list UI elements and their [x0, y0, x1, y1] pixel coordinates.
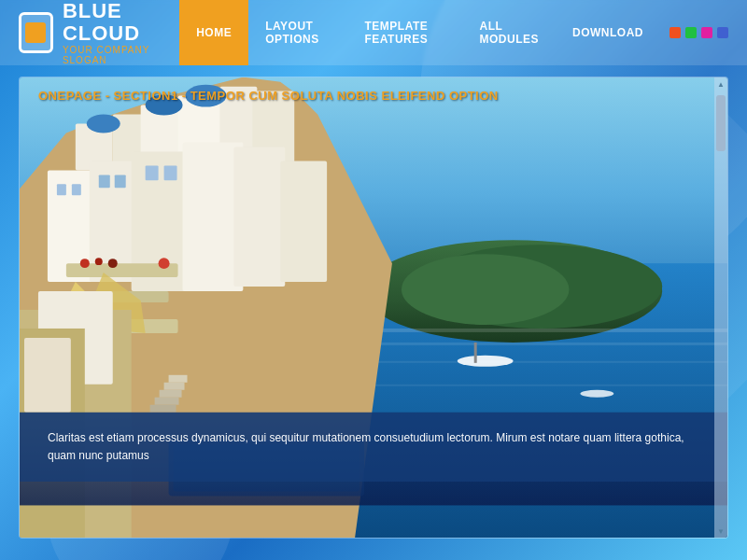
svg-rect-50 — [155, 398, 179, 405]
logo-icon — [19, 12, 53, 53]
svg-point-19 — [87, 115, 120, 133]
svg-rect-29 — [72, 184, 81, 195]
red-dot[interactable] — [669, 27, 681, 38]
hero-body-text: Claritas est etiam processus dynamicus, … — [48, 431, 684, 462]
pink-dot[interactable] — [701, 27, 712, 38]
svg-rect-46 — [24, 338, 71, 413]
svg-rect-51 — [150, 405, 176, 413]
header: BLUE CLOUD YOUR COMPANY SLOGAN HOMELAYOU… — [0, 0, 747, 65]
logo-slogan: YOUR COMPANY SLOGAN — [63, 45, 179, 65]
svg-point-40 — [159, 258, 170, 269]
main-nav: HOMELAYOUT OPTIONSTEMPLATE FEATURESALL M… — [179, 0, 660, 65]
svg-point-4 — [402, 254, 570, 325]
svg-point-38 — [95, 258, 103, 265]
scrollbar-up-arrow[interactable]: ▲ — [714, 77, 727, 91]
main-content: ONEPAGE - SECTION1 - TEMPOR CUM SOLUTA N… — [19, 77, 728, 539]
svg-rect-28 — [57, 184, 66, 195]
green-dot[interactable] — [685, 27, 697, 38]
scrollbar-thumb[interactable] — [716, 95, 726, 151]
nav-item-home[interactable]: HOME — [179, 0, 248, 65]
scrollbar-down-arrow[interactable]: ▼ — [714, 525, 727, 538]
nav-and-dots: HOMELAYOUT OPTIONSTEMPLATE FEATURESALL M… — [179, 0, 728, 65]
logo-area: BLUE CLOUD YOUR COMPANY SLOGAN — [19, 0, 179, 65]
logo-title: BLUE CLOUD — [63, 0, 179, 45]
svg-point-9 — [458, 356, 514, 367]
nav-item-all-modules[interactable]: ALL MODULES — [463, 0, 557, 65]
section-heading: ONEPAGE - SECTION1 - TEMPOR CUM SOLUTA N… — [38, 89, 499, 103]
hero-image: Claritas est etiam processus dynamicus, … — [20, 77, 727, 538]
hero-text-overlay: Claritas est etiam processus dynamicus, … — [20, 413, 727, 482]
svg-rect-33 — [164, 165, 177, 180]
scrollbar[interactable]: ▲ ▼ — [714, 77, 727, 538]
svg-rect-26 — [233, 147, 285, 287]
svg-rect-30 — [99, 175, 110, 188]
color-dots — [669, 27, 728, 38]
svg-rect-27 — [280, 161, 327, 282]
nav-item-download[interactable]: DOWNLOAD — [556, 0, 660, 65]
blue-dot[interactable] — [717, 27, 728, 38]
svg-rect-47 — [169, 375, 188, 383]
nav-item-template-features[interactable]: TEMPLATE FEATURES — [347, 0, 462, 65]
svg-rect-32 — [146, 165, 159, 180]
svg-rect-49 — [160, 390, 182, 398]
logo-text-area: BLUE CLOUD YOUR COMPANY SLOGAN — [63, 0, 179, 65]
svg-point-11 — [580, 390, 613, 398]
svg-rect-10 — [474, 343, 477, 363]
svg-rect-48 — [164, 383, 185, 390]
logo-icon-inner — [25, 22, 46, 43]
nav-item-layout-options[interactable]: LAYOUT OPTIONS — [248, 0, 347, 65]
svg-rect-31 — [115, 175, 126, 188]
svg-point-37 — [80, 259, 90, 268]
svg-point-39 — [108, 259, 118, 268]
